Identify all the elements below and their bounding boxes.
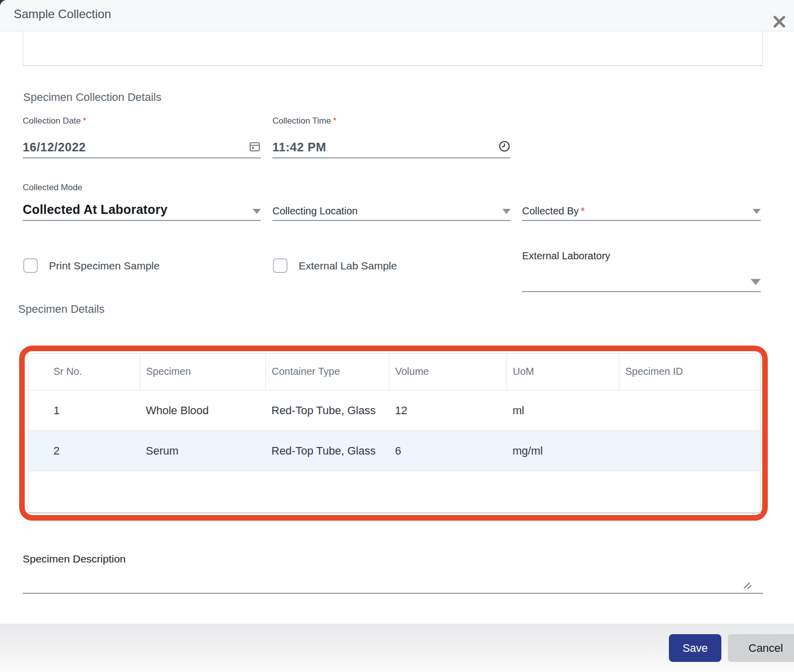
collection-date-label: Collection Date* bbox=[23, 116, 86, 126]
chevron-down-icon bbox=[753, 209, 761, 214]
scrolled-textarea-remnant[interactable] bbox=[23, 31, 763, 66]
collection-date-field[interactable]: Collection Date* 16/12/2022 bbox=[23, 116, 261, 158]
dialog-footer: Save Cancel bbox=[0, 624, 794, 672]
specimen-table: Sr No.SpecimenContainer TypeVolumeUoMSpe… bbox=[28, 354, 760, 471]
specimen-details-heading: Specimen Details bbox=[18, 303, 104, 316]
cell-container-type: Red-Top Tube, Glass bbox=[265, 430, 389, 471]
collection-time-value[interactable]: 11:42 PM bbox=[272, 140, 326, 154]
cell-specimen-id bbox=[619, 390, 760, 430]
cell-specimen-id bbox=[619, 430, 760, 471]
print-specimen-sample-checkbox[interactable] bbox=[23, 258, 38, 273]
collecting-location-label[interactable]: Collecting Location bbox=[272, 205, 358, 217]
collection-time-label: Collection Time* bbox=[272, 116, 336, 126]
dialog-header: Sample Collection bbox=[0, 0, 794, 31]
clock-icon[interactable] bbox=[498, 140, 511, 152]
column-header: Container Type bbox=[265, 354, 389, 390]
cell-uom: mg/ml bbox=[506, 430, 619, 471]
external-laboratory-select[interactable]: External Laboratory bbox=[522, 250, 761, 292]
column-header: Volume bbox=[389, 354, 506, 390]
close-icon[interactable] bbox=[772, 14, 787, 29]
table-header-row: Sr No.SpecimenContainer TypeVolumeUoMSpe… bbox=[28, 354, 760, 390]
save-button[interactable]: Save bbox=[669, 634, 721, 662]
collected-mode-label: Collected Mode bbox=[23, 183, 82, 193]
chevron-down-icon bbox=[253, 209, 261, 214]
required-asterisk: * bbox=[333, 116, 336, 126]
cell-specimen: Whole Blood bbox=[140, 390, 265, 430]
collection-details-heading: Specimen Collection Details bbox=[23, 91, 161, 104]
required-asterisk: * bbox=[581, 205, 585, 216]
column-header: Specimen ID bbox=[619, 354, 760, 390]
column-header: UoM bbox=[506, 354, 619, 390]
column-header: Specimen bbox=[140, 354, 265, 390]
specimen-table-container: Sr No.SpecimenContainer TypeVolumeUoMSpe… bbox=[28, 353, 761, 514]
cell-sr-no: 2 bbox=[28, 430, 140, 471]
cell-specimen: Serum bbox=[140, 430, 265, 471]
print-specimen-sample-option: Print Specimen Sample bbox=[23, 258, 159, 273]
chevron-down-icon bbox=[751, 279, 761, 285]
cell-volume: 6 bbox=[389, 430, 506, 471]
collected-mode-select[interactable]: Collected Mode Collected At Laboratory bbox=[23, 183, 261, 221]
external-lab-sample-option: External Lab Sample bbox=[273, 258, 397, 273]
cell-sr-no: 1 bbox=[28, 390, 140, 430]
table-body: 1Whole BloodRed-Top Tube, Glass12ml2Seru… bbox=[28, 390, 760, 471]
table-row[interactable]: 1Whole BloodRed-Top Tube, Glass12ml bbox=[28, 390, 760, 430]
collection-time-field[interactable]: Collection Time* 11:42 PM bbox=[272, 116, 511, 158]
column-header: Sr No. bbox=[28, 354, 140, 390]
table-row[interactable]: 2SerumRed-Top Tube, Glass6mg/ml bbox=[28, 430, 760, 471]
collected-by-label[interactable]: Collected By* bbox=[522, 205, 585, 217]
sample-collection-dialog: Sample Collection Specimen Collection De… bbox=[0, 0, 794, 672]
collecting-location-select[interactable]: Collecting Location bbox=[272, 183, 511, 221]
collected-mode-value[interactable]: Collected At Laboratory bbox=[23, 202, 167, 217]
cancel-button[interactable]: Cancel bbox=[728, 634, 794, 662]
cell-uom: ml bbox=[506, 390, 619, 430]
resize-handle-icon[interactable] bbox=[743, 582, 752, 590]
specimen-description-textarea[interactable] bbox=[23, 560, 763, 594]
cell-volume: 12 bbox=[389, 390, 506, 430]
dialog-title: Sample Collection bbox=[14, 7, 111, 21]
collected-by-select[interactable]: Collected By* bbox=[522, 183, 761, 221]
external-laboratory-label: External Laboratory bbox=[522, 250, 610, 262]
external-lab-sample-label: External Lab Sample bbox=[299, 260, 397, 272]
cell-container-type: Red-Top Tube, Glass bbox=[265, 390, 389, 430]
calendar-icon[interactable] bbox=[249, 140, 261, 152]
external-lab-sample-checkbox[interactable] bbox=[273, 258, 288, 273]
collection-date-value[interactable]: 16/12/2022 bbox=[23, 140, 86, 154]
print-specimen-sample-label: Print Specimen Sample bbox=[49, 260, 159, 272]
chevron-down-icon bbox=[502, 209, 511, 214]
red-annotation-highlight: Sr No.SpecimenContainer TypeVolumeUoMSpe… bbox=[19, 346, 768, 521]
required-asterisk: * bbox=[83, 116, 86, 126]
